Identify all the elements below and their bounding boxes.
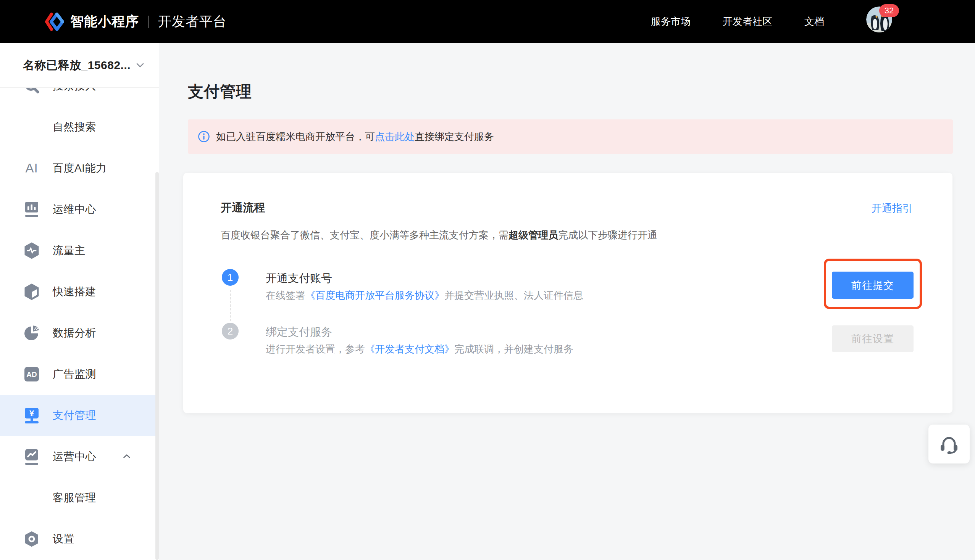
sidebar-item-label: 运营中心 [53, 449, 96, 464]
sidebar-item-quick-build[interactable]: 快速搭建 [0, 271, 159, 312]
app-name: 名称已释放_15682... [23, 58, 130, 73]
ad-icon: AD [23, 365, 40, 383]
sidebar-item-data-analysis[interactable]: 数据分析 [0, 312, 159, 353]
sidebar-item-label: 流量主 [53, 243, 85, 258]
page-title: 支付管理 [188, 81, 252, 102]
sidebar-item-label: 广告监测 [53, 367, 96, 382]
search-icon [23, 88, 40, 95]
section-subtitle: 百度收银台聚合了微信、支付宝、度小满等多种主流支付方案，需超级管理员完成以下步骤… [221, 228, 657, 242]
header-nav: 服务市场 开发者社区 文档 [651, 0, 824, 43]
step-2-desc: 进行开发者设置，参考《开发者支付文档》完成联调，并创建支付服务 [266, 343, 574, 356]
sidebar-scrollbar[interactable] [156, 172, 159, 560]
go-setup-button[interactable]: 前往设置 [832, 325, 913, 352]
cube-icon [23, 283, 40, 301]
step-1-desc: 在线签署《百度电商开放平台服务协议》并提交营业执照、法人证件信息 [266, 289, 583, 302]
sidebar-item-customer-service[interactable]: 客服管理 [0, 477, 159, 518]
sidebar-item-label: 搜索接入 [53, 88, 96, 93]
brand-subtitle: 开发者平台 [158, 13, 227, 30]
agreement-link[interactable]: 《百度电商开放平台服务协议》 [305, 290, 444, 301]
sidebar-item-traffic-master[interactable]: 流量主 [0, 230, 159, 271]
chevron-down-icon [136, 63, 144, 68]
brand-divider [148, 16, 149, 28]
pie-icon [23, 324, 40, 342]
step-connector [230, 290, 231, 321]
ai-icon: AI [23, 160, 40, 177]
open-guide-link[interactable]: 开通指引 [871, 202, 913, 215]
banner-link[interactable]: 点击此处 [375, 131, 415, 142]
step-1-title: 开通支付账号 [266, 271, 332, 286]
nav-service-market[interactable]: 服务市场 [651, 15, 691, 28]
chevron-up-icon [123, 454, 130, 458]
go-submit-button[interactable]: 前往提交 [832, 272, 913, 299]
brand-title: 智能小程序 [70, 13, 139, 30]
app-switcher[interactable]: 名称已释放_15682... [0, 43, 159, 88]
step-2-number: 2 [222, 323, 239, 340]
svg-text:AD: AD [26, 370, 37, 378]
sidebar-item-natural-search[interactable]: 自然搜索 [0, 107, 159, 148]
sidebar-item-label: 自然搜索 [53, 120, 96, 134]
nav-docs[interactable]: 文档 [804, 15, 824, 28]
nav-developer-community[interactable]: 开发者社区 [722, 15, 772, 28]
banner-text: 如已入驻百度糯米电商开放平台，可点击此处直接绑定支付服务 [216, 130, 494, 143]
hex-pulse-icon [23, 242, 40, 259]
sidebar-item-ad-monitor[interactable]: AD广告监测 [0, 353, 159, 395]
notification-badge[interactable]: 32 [879, 4, 899, 17]
customer-support-button[interactable] [928, 425, 970, 463]
sidebar-item-label: 数据分析 [53, 326, 96, 340]
sidebar-item-payment-management[interactable]: ¥支付管理 [0, 395, 159, 436]
sidebar-item-search-access[interactable]: 搜索接入 [0, 88, 159, 107]
svg-text:¥: ¥ [29, 408, 34, 418]
top-header: 智能小程序 开发者平台 服务市场 开发者社区 文档 32 [0, 0, 975, 43]
sidebar-item-settings[interactable]: 设置 [0, 518, 159, 560]
sidebar-item-label: 设置 [53, 532, 74, 546]
step-1-number: 1 [222, 269, 239, 286]
smartprogram-logo-icon [45, 13, 64, 31]
pay-icon: ¥ [23, 407, 40, 424]
info-banner: 如已入驻百度糯米电商开放平台，可点击此处直接绑定支付服务 [188, 119, 953, 154]
trend-icon [23, 448, 40, 465]
sidebar-nav: 搜索接入自然搜索AI百度AI能力运维中心流量主快速搭建数据分析AD广告监测¥支付… [0, 88, 159, 560]
monitor-bars-icon [23, 201, 40, 218]
headset-icon [940, 434, 958, 454]
sidebar: 名称已释放_15682... 搜索接入自然搜索AI百度AI能力运维中心流量主快速… [0, 43, 159, 560]
info-circle-icon [198, 130, 210, 143]
sidebar-item-label: 百度AI能力 [53, 161, 107, 175]
sidebar-item-label: 运维中心 [53, 202, 96, 217]
sidebar-item-label: 客服管理 [53, 490, 96, 505]
sidebar-item-operation-center[interactable]: 运营中心 [0, 436, 159, 477]
sidebar-item-baidu-ai[interactable]: AI百度AI能力 [0, 148, 159, 189]
gear-icon [23, 530, 40, 548]
section-title: 开通流程 [221, 200, 265, 215]
main-content: 支付管理 如已入驻百度糯米电商开放平台，可点击此处直接绑定支付服务 开通流程 开… [159, 43, 975, 560]
sidebar-item-label: 快速搭建 [53, 285, 96, 299]
step-2-title: 绑定支付服务 [266, 325, 332, 340]
open-flow-card: 开通流程 开通指引 百度收银台聚合了微信、支付宝、度小满等多种主流支付方案，需超… [183, 173, 952, 413]
sidebar-item-label: 支付管理 [53, 408, 96, 423]
brand-logo[interactable]: 智能小程序 开发者平台 [45, 0, 227, 43]
pay-doc-link[interactable]: 《开发者支付文档》 [365, 343, 454, 355]
sidebar-item-ops-center[interactable]: 运维中心 [0, 189, 159, 230]
